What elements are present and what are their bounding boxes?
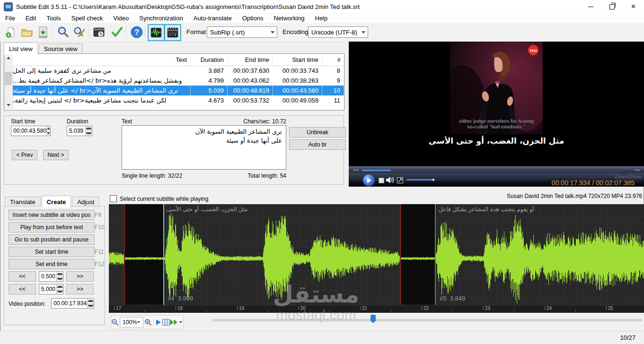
set-end-time-button[interactable]: Set end time: [9, 259, 95, 269]
seek-forward-icon[interactable]: ►►: [635, 168, 640, 172]
subtitle-row-10[interactable]: ترى المشاعر الطبيعية السوية الآن<br /> ع…: [13, 86, 344, 95]
fullscreen-icon[interactable]: [397, 177, 403, 183]
chevron-down-icon: [179, 321, 182, 323]
save-button[interactable]: [35, 24, 51, 40]
menu-item-networking[interactable]: Networking: [268, 14, 309, 23]
ruler-tick: [176, 306, 176, 310]
video-position-spinner[interactable]: 00:00:17.934: [51, 298, 94, 309]
search-icon: [57, 26, 69, 38]
menu-item-edit[interactable]: Edit: [20, 14, 41, 23]
spin-up-icon[interactable]: [88, 299, 94, 304]
tab-list-view[interactable]: List view: [4, 43, 38, 54]
show-spectrogram-button[interactable]: [162, 317, 170, 327]
new-file-button[interactable]: [3, 24, 19, 40]
app-icon: SE: [4, 2, 13, 11]
help-button[interactable]: ?: [129, 24, 145, 40]
ruler-minor-tick: [575, 310, 576, 312]
cell-start: 00:00:38.263: [273, 76, 322, 86]
spin-down-icon[interactable]: [88, 304, 94, 309]
video-player[interactable]: TED either judge ourselves for having so…: [349, 42, 644, 187]
tab-source-view[interactable]: Source view: [39, 43, 83, 54]
select-current-checkbox[interactable]: [110, 195, 117, 202]
unbreak-button[interactable]: Unbreak: [289, 127, 346, 138]
spin-down-icon[interactable]: [57, 277, 63, 282]
column-header-end-time[interactable]: End time: [228, 54, 273, 66]
play-from-just-before-text-button[interactable]: Play from just before text: [9, 222, 95, 232]
spin-down-icon[interactable]: [47, 131, 50, 136]
next-button[interactable]: Next >: [43, 150, 69, 160]
duration-spinner[interactable]: 5.039: [67, 126, 92, 136]
nudge-back-large-button[interactable]: <<: [9, 284, 36, 294]
menu-item-synchronization[interactable]: Synchronization: [134, 14, 188, 23]
ruler-tick: [483, 306, 484, 310]
volume-thumb[interactable]: [432, 179, 434, 181]
replace-button[interactable]: [71, 24, 87, 40]
restore-button[interactable]: [601, 0, 623, 13]
nudge-large-spinner[interactable]: 5.000: [39, 284, 63, 294]
nudge-back-small-button[interactable]: <<: [9, 271, 36, 282]
waveform-position-slider[interactable]: [212, 319, 642, 321]
menu-item-video[interactable]: Video: [108, 14, 134, 23]
waveform-controls: 100%: [109, 313, 644, 331]
encoding-dropdown[interactable]: Unicode (UTF-8): [308, 26, 368, 38]
menu-item-options[interactable]: Options: [237, 14, 269, 23]
video-seek-bar[interactable]: [362, 170, 624, 171]
video-toggle-button[interactable]: [164, 24, 181, 41]
nudge-small-spinner[interactable]: 0.500: [39, 271, 63, 282]
close-button[interactable]: ×: [623, 0, 644, 13]
find-button[interactable]: [55, 24, 71, 40]
list-scrollbar[interactable]: [4, 54, 13, 109]
spell-check-button[interactable]: [109, 24, 125, 40]
nudge-forward-large-button[interactable]: >>: [66, 284, 94, 294]
subtitle-row-11[interactable]: لكن عندما نتجنب مشاعر طبيعية<br /> لنتبن…: [13, 95, 344, 105]
menu-item-auto-translate[interactable]: Auto-translate: [188, 14, 237, 23]
volume-slider[interactable]: [406, 179, 439, 181]
column-header-text[interactable]: Text: [13, 54, 191, 66]
menu-item-help[interactable]: Help: [310, 14, 333, 23]
prev-button[interactable]: < Prev: [12, 150, 37, 160]
subtitle-text-input[interactable]: ترى المشاعر الطبيعية السوية الآن على أنه…: [122, 125, 286, 170]
subtitle-row-9[interactable]: ونفشل بمساعدتهم لرؤية هذه<br />المشاعر ك…: [13, 76, 344, 86]
zoom-out-button[interactable]: [111, 317, 119, 327]
scroll-thumb[interactable]: [5, 72, 12, 85]
set-start-time-button[interactable]: Set start time: [9, 247, 95, 257]
open-file-button[interactable]: [19, 24, 35, 40]
scroll-up-button[interactable]: [4, 54, 12, 62]
menu-item-file[interactable]: File: [0, 14, 20, 23]
tab-create[interactable]: Create: [42, 196, 71, 207]
nudge-forward-small-button[interactable]: >>: [66, 271, 94, 282]
speaker-icon[interactable]: [386, 176, 394, 184]
format-dropdown[interactable]: SubRip (.srt): [207, 26, 277, 38]
subtitle-row-8[interactable]: من مشاعر ترى كقفزة سلبية إلى الحل3.88700…: [13, 66, 344, 76]
zoom-in-button[interactable]: [144, 317, 152, 327]
insert-new-subtitle-at-video-pos-button[interactable]: Insert new subtitle at video pos: [9, 210, 95, 220]
column-header-start-time[interactable]: Start time: [273, 54, 322, 66]
scroll-down-button[interactable]: [4, 101, 12, 109]
menu-item-tools[interactable]: Tools: [41, 14, 66, 23]
minimize-button[interactable]: [580, 0, 601, 13]
spin-down-icon[interactable]: [86, 131, 92, 136]
playback-speed-button[interactable]: [170, 317, 178, 327]
menu-item-spell-check[interactable]: Spell check: [66, 14, 108, 23]
visual-sync-button[interactable]: [91, 24, 107, 40]
waveform-toggle-button[interactable]: [148, 24, 165, 41]
spin-up-icon[interactable]: [57, 272, 63, 277]
start-time-spinner[interactable]: 00:00:43.580: [11, 126, 51, 136]
cell-num: 11: [322, 95, 344, 105]
stop-button[interactable]: [379, 178, 384, 183]
waveform-play-button[interactable]: [155, 317, 163, 327]
waveform-canvas[interactable]: [109, 204, 644, 305]
seek-back-icon[interactable]: ◄◄: [353, 168, 358, 172]
auto-br-button[interactable]: Auto br: [289, 139, 346, 150]
speed-dropdown-button[interactable]: [178, 317, 183, 327]
column-header-duration[interactable]: Duration: [191, 54, 228, 66]
go-to-sub-position-and-pause-button[interactable]: Go to sub position and pause: [9, 234, 95, 245]
spin-up-icon[interactable]: [57, 284, 63, 290]
spin-down-icon[interactable]: [57, 290, 63, 294]
waveform-zoom-dropdown[interactable]: 100%: [120, 317, 143, 327]
spin-up-icon[interactable]: [86, 126, 92, 131]
spin-up-icon[interactable]: [47, 126, 50, 131]
play-button[interactable]: [362, 174, 375, 187]
position-slider-thumb[interactable]: [371, 315, 376, 323]
column-header-number[interactable]: #: [322, 54, 344, 66]
